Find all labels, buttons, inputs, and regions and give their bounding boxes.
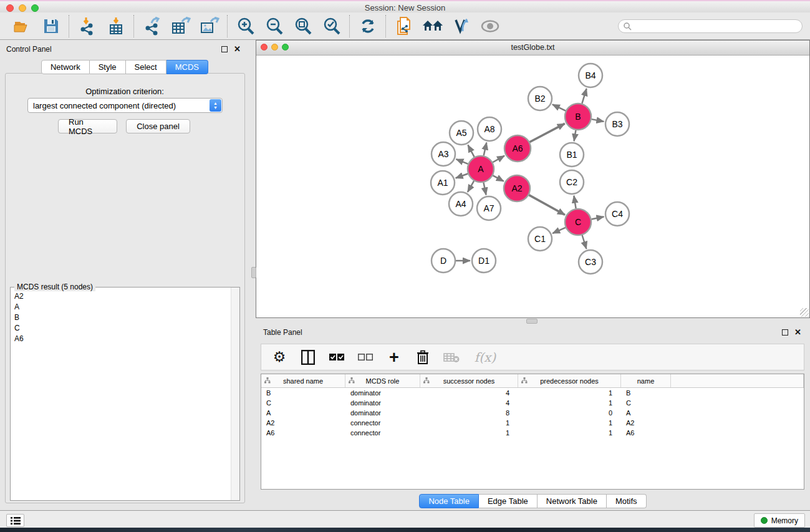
tab-edge-table[interactable]: Edge Table [479, 494, 538, 508]
horizontal-splitter-handle[interactable] [526, 319, 538, 324]
result-item[interactable]: A2 [11, 291, 231, 302]
run-mcds-button[interactable]: Run MCDS [58, 119, 117, 133]
graph-edge-B-B3[interactable] [592, 119, 604, 122]
open-session-icon[interactable] [11, 16, 34, 37]
table-settings-icon[interactable]: ⚙ [271, 349, 287, 365]
graph-node-C1[interactable]: C1 [528, 227, 552, 251]
table-row[interactable]: Bdominator41B [261, 388, 804, 398]
result-item[interactable]: C [11, 323, 231, 334]
tab-select[interactable]: Select [126, 60, 166, 74]
graph-node-C[interactable]: C [565, 209, 591, 235]
graph-edge-A2-C[interactable] [529, 195, 565, 215]
graph-edge-A-A7[interactable] [483, 183, 486, 195]
graph-edge-B-B4[interactable] [582, 89, 586, 104]
tab-node-table[interactable]: Node Table [419, 494, 479, 508]
graph-node-B1[interactable]: B1 [560, 143, 584, 167]
select-all-icon[interactable] [329, 349, 345, 365]
float-panel-icon[interactable] [221, 46, 228, 52]
task-history-button[interactable] [6, 514, 24, 527]
close-panel-icon[interactable]: ✕ [234, 46, 241, 52]
graph-edge-A-A4[interactable] [468, 181, 474, 192]
graph-node-B[interactable]: B [565, 104, 591, 130]
zoom-fit-icon[interactable] [292, 16, 314, 37]
zoom-out-icon[interactable] [263, 16, 286, 37]
graph-edge-C-C4[interactable] [592, 216, 604, 219]
close-panel-button[interactable]: Close panel [126, 119, 190, 133]
column-header-name[interactable]: name [621, 374, 671, 387]
graph-node-A8[interactable]: A8 [478, 117, 501, 141]
graph-node-A3[interactable]: A3 [432, 142, 455, 166]
result-item[interactable]: A [11, 302, 231, 312]
graph-node-A2[interactable]: A2 [504, 175, 530, 201]
tab-network[interactable]: Network [41, 60, 90, 74]
eye-icon[interactable] [479, 16, 501, 37]
mcds-result-list[interactable]: A2ABCA6 [11, 291, 231, 500]
result-item[interactable]: A6 [11, 334, 231, 344]
graph-node-C4[interactable]: C4 [605, 202, 629, 226]
zoom-in-icon[interactable] [234, 16, 257, 37]
export-network-icon[interactable] [141, 16, 163, 37]
graph-node-D1[interactable]: D1 [472, 249, 496, 273]
graph-edge-A6-B[interactable] [529, 123, 564, 142]
export-image-icon[interactable] [198, 16, 221, 37]
tab-network-table[interactable]: Network Table [538, 494, 607, 508]
deselect-all-icon[interactable] [357, 349, 374, 365]
graph-node-A6[interactable]: A6 [504, 135, 531, 162]
close-table-panel-icon[interactable]: ✕ [794, 329, 801, 336]
delete-column-icon[interactable] [415, 349, 431, 365]
tab-style[interactable]: Style [90, 60, 126, 74]
graph-edge-A-A3[interactable] [456, 159, 468, 164]
graph-edge-B-B1[interactable] [574, 130, 576, 142]
graph-node-B2[interactable]: B2 [528, 87, 552, 110]
table-row[interactable]: Cdominator41C [261, 398, 804, 408]
graph-edge-A-A5[interactable] [468, 145, 474, 157]
graph-node-A5[interactable]: A5 [450, 121, 473, 145]
new-network-from-selection-icon[interactable] [393, 16, 415, 37]
tab-motifs[interactable]: Motifs [607, 494, 647, 508]
float-table-panel-icon[interactable] [782, 329, 788, 336]
zoom-selected-icon[interactable] [321, 16, 343, 37]
column-header-MCDS-role[interactable]: MCDS role [345, 374, 420, 387]
graphics-details-icon[interactable] [450, 16, 473, 37]
export-table-icon[interactable] [170, 16, 192, 37]
graph-node-A4[interactable]: A4 [449, 192, 473, 216]
network-graph-canvas[interactable]: B4B2BB3A8A5A6B1A3AC2A1A2A4A7C4CC1C3DD1 [256, 55, 809, 317]
result-item[interactable]: B [11, 312, 231, 323]
add-column-icon[interactable]: + [386, 349, 402, 365]
vertical-splitter-handle[interactable] [251, 267, 256, 278]
graph-edge-A-A8[interactable] [484, 142, 487, 155]
graph-edge-C-C1[interactable] [552, 228, 566, 233]
graph-edge-A-A6[interactable] [493, 156, 504, 163]
function-builder-icon[interactable]: f(x) [472, 349, 498, 365]
graph-node-B4[interactable]: B4 [579, 64, 602, 87]
delete-table-icon[interactable] [443, 349, 460, 365]
graph-edge-B-B2[interactable] [552, 104, 566, 110]
column-header-successor-nodes[interactable]: successor nodes [420, 374, 518, 387]
table-row[interactable]: A6connector11A6 [261, 428, 804, 438]
memory-button[interactable]: Memory [754, 513, 805, 528]
column-header-predecessor-nodes[interactable]: predecessor nodes [518, 374, 621, 387]
optimization-dropdown[interactable]: largest connected component (directed) ▲… [27, 98, 223, 113]
home-first-neighbors-icon[interactable] [422, 16, 444, 37]
table-row[interactable]: Adominator80A [261, 408, 804, 418]
graph-edge-C-C3[interactable] [582, 235, 587, 249]
graph-node-C3[interactable]: C3 [579, 250, 602, 274]
graph-node-A7[interactable]: A7 [477, 196, 501, 220]
graph-node-D[interactable]: D [432, 249, 455, 273]
network-window-titlebar[interactable]: testGlobe.txt [256, 41, 809, 56]
result-scrollbar[interactable] [231, 288, 239, 500]
import-network-icon[interactable] [76, 16, 99, 37]
search-input[interactable] [618, 19, 803, 33]
graph-node-B3[interactable]: B3 [605, 112, 629, 136]
tab-mcds[interactable]: MCDS [166, 60, 208, 74]
import-table-icon[interactable] [105, 16, 127, 37]
table-row[interactable]: A2connector11A2 [261, 418, 804, 428]
refresh-icon[interactable] [357, 16, 379, 37]
graph-edge-A-A1[interactable] [456, 173, 468, 178]
save-session-icon[interactable] [40, 16, 62, 37]
graph-node-A[interactable]: A [468, 156, 494, 182]
graph-node-C2[interactable]: C2 [560, 170, 584, 194]
graph-edge-C-C2[interactable] [574, 196, 576, 209]
column-header-shared-name[interactable]: shared name [261, 374, 345, 387]
column-panel-icon[interactable] [300, 349, 316, 365]
